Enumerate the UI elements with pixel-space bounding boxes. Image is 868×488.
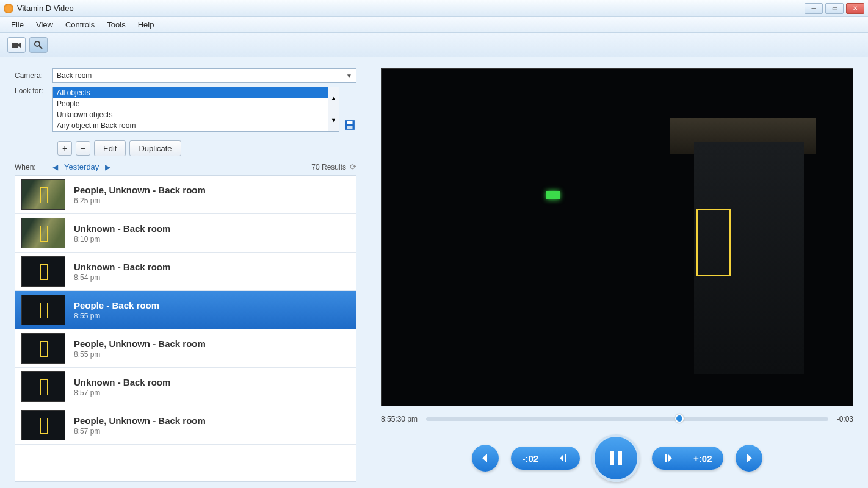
menu-view[interactable]: View: [30, 18, 59, 31]
search-view-button[interactable]: [29, 37, 48, 53]
frame-back-button[interactable]: [549, 449, 577, 467]
menu-help[interactable]: Help: [132, 18, 161, 31]
lookfor-option-unknown[interactable]: Unknown objects: [53, 109, 339, 120]
arrow-right-icon: [743, 452, 755, 464]
edit-button[interactable]: Edit: [94, 140, 126, 156]
minimize-button[interactable]: ─: [805, 3, 823, 14]
event-list[interactable]: People, Unknown - Back room6:25 pmUnknow…: [15, 175, 356, 482]
menu-controls[interactable]: Controls: [59, 18, 101, 31]
lookfor-scroll-up[interactable]: ▲: [328, 87, 339, 109]
live-view-button[interactable]: [7, 37, 26, 53]
event-item[interactable]: Unknown - Back room8:57 pm: [15, 368, 356, 406]
event-time: 8:54 pm: [74, 273, 170, 282]
event-thumbnail: [21, 179, 65, 210]
lookfor-label: Look for:: [15, 87, 52, 95]
scene-indicator-light: [546, 191, 560, 199]
event-time: 8:57 pm: [74, 427, 206, 436]
event-item[interactable]: People, Unknown - Back room8:57 pm: [15, 406, 356, 445]
add-rule-button[interactable]: +: [57, 141, 72, 156]
when-prev-button[interactable]: ◀: [52, 163, 58, 171]
skip-fwd-button[interactable]: +:02: [685, 450, 720, 467]
event-item[interactable]: Unknown - Back room8:54 pm: [15, 253, 356, 291]
event-title: Unknown - Back room: [74, 223, 170, 234]
lookfor-option-any[interactable]: Any object in Back room: [53, 120, 339, 131]
svg-rect-8: [618, 451, 622, 465]
lookfor-option-all[interactable]: All objects: [53, 87, 339, 98]
pause-icon: [607, 449, 625, 467]
close-button[interactable]: ✕: [846, 3, 864, 14]
when-next-button[interactable]: ▶: [105, 163, 110, 171]
svg-rect-6: [565, 454, 566, 462]
event-thumbnail: [21, 333, 65, 364]
svg-rect-5: [347, 126, 353, 129]
svg-rect-0: [12, 43, 18, 48]
svg-point-1: [35, 41, 40, 46]
event-time: 8:55 pm: [74, 350, 206, 359]
video-panel: 8:55:30 pm -0:03 -:02: [381, 68, 853, 482]
app-icon: [4, 4, 13, 13]
refresh-button[interactable]: ⟳: [350, 162, 356, 171]
event-item[interactable]: People, Unknown - Back room6:25 pm: [15, 176, 356, 214]
step-fwd-pill: +:02: [652, 447, 723, 470]
camera-select-value: Back room: [57, 71, 92, 80]
when-current[interactable]: Yesterday: [64, 162, 99, 171]
camera-icon: [12, 41, 21, 49]
video-viewport[interactable]: [381, 68, 853, 406]
menu-tools[interactable]: Tools: [101, 18, 131, 31]
chevron-down-icon: ▼: [346, 73, 352, 79]
results-count: 70 Results: [311, 163, 346, 171]
event-time: 8:10 pm: [74, 235, 170, 243]
pause-button[interactable]: [592, 434, 640, 482]
scrub-knob[interactable]: [675, 414, 684, 423]
menu-file[interactable]: File: [5, 18, 30, 31]
window-buttons: ─ ▭ ✕: [805, 3, 864, 14]
frame-fwd-button[interactable]: [654, 449, 682, 467]
event-title: People, Unknown - Back room: [74, 185, 206, 195]
scrub-bar[interactable]: [426, 417, 828, 421]
svg-rect-9: [665, 454, 667, 462]
event-thumbnail: [21, 410, 65, 440]
event-time: 6:25 pm: [74, 196, 206, 205]
event-title: People, Unknown - Back room: [74, 339, 206, 349]
lookfor-listbox[interactable]: All objects People Unknown objects Any o…: [52, 87, 339, 132]
search-panel: Camera: Back room ▼ Look for: All object…: [15, 68, 356, 482]
svg-rect-7: [610, 451, 614, 465]
camera-select[interactable]: Back room ▼: [52, 68, 356, 83]
event-title: Unknown - Back room: [74, 262, 170, 272]
save-search-button[interactable]: [343, 118, 356, 132]
frame-fwd-icon: [663, 453, 674, 464]
event-time: 8:55 pm: [74, 312, 159, 320]
lookfor-scroll-down[interactable]: ▼: [328, 109, 339, 131]
playback-remaining: -0:03: [837, 415, 853, 423]
duplicate-button[interactable]: Duplicate: [129, 140, 181, 156]
prev-event-button[interactable]: [472, 445, 499, 472]
event-item[interactable]: People, Unknown - Back room8:55 pm: [15, 329, 356, 368]
camera-label: Camera:: [15, 71, 52, 80]
detection-box: [696, 209, 731, 276]
maximize-button[interactable]: ▭: [825, 3, 844, 14]
event-item[interactable]: Unknown - Back room8:10 pm: [15, 214, 356, 253]
frame-back-icon: [558, 453, 569, 464]
event-thumbnail: [21, 218, 65, 248]
event-thumbnail: [21, 295, 65, 325]
step-back-pill: -:02: [511, 447, 580, 470]
menubar: File View Controls Tools Help: [0, 17, 868, 33]
svg-rect-4: [347, 121, 353, 124]
event-item[interactable]: People - Back room8:55 pm: [15, 291, 356, 329]
window-title: Vitamin D Video: [17, 4, 74, 13]
svg-line-2: [39, 46, 42, 49]
skip-back-button[interactable]: -:02: [513, 450, 547, 467]
event-title: Unknown - Back room: [74, 377, 170, 387]
event-time: 8:57 pm: [74, 389, 170, 397]
remove-rule-button[interactable]: −: [76, 141, 90, 156]
lookfor-option-people[interactable]: People: [53, 98, 339, 109]
event-thumbnail: [21, 256, 65, 287]
event-title: People, Unknown - Back room: [74, 415, 206, 426]
event-title: People - Back room: [74, 300, 159, 310]
playback-controls: -:02 +:02: [381, 434, 853, 482]
titlebar: Vitamin D Video ─ ▭ ✕: [0, 0, 868, 17]
next-event-button[interactable]: [736, 445, 762, 472]
event-thumbnail: [21, 371, 65, 402]
playback-time: 8:55:30 pm: [381, 415, 418, 423]
search-icon: [34, 40, 43, 50]
